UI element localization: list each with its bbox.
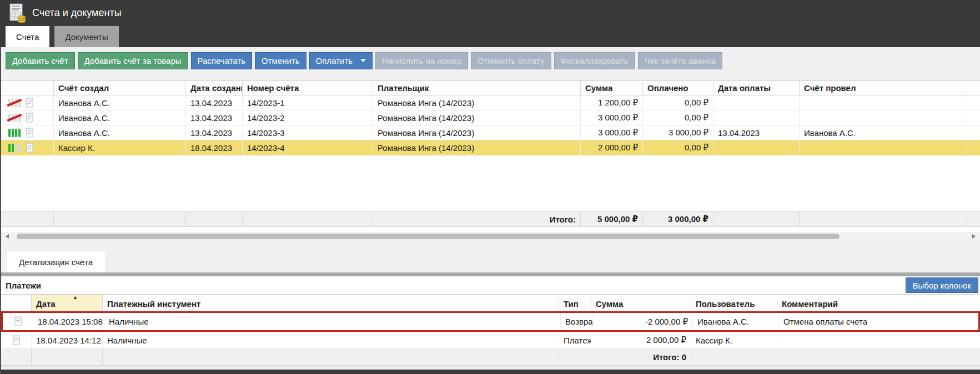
pane-divider[interactable]	[1, 272, 980, 276]
column-header-created-date[interactable]: Дата создани	[186, 81, 243, 95]
choose-columns-button[interactable]: Выбор колонок	[906, 277, 978, 293]
invoice-row[interactable]: Иванова А.С.13.04.202314/2023-1Романова …	[1, 95, 980, 110]
cell-payer: Романова Инга (14/2023)	[373, 110, 581, 125]
payments-column-sum[interactable]: Сумма	[591, 295, 691, 311]
cell-posted_by	[800, 110, 967, 125]
column-header-paid-date[interactable]: Дата оплаты	[713, 81, 800, 95]
toolbar-button-Фискализировать: Фискализировать	[554, 52, 635, 69]
cell-date: 18.04.2023 15:08	[33, 313, 104, 330]
payments-totals-icons	[1, 349, 32, 365]
scrollbar-thumb[interactable]	[17, 234, 840, 239]
payments-table-header: Дата ▲ Платежный инстумент Тип Сумма Пол…	[1, 294, 980, 311]
cell-sum: 3 000,00 ₽	[581, 125, 643, 140]
toolbar-button-label: Чек зачёта аванса	[645, 56, 716, 65]
invoice-row[interactable]: Иванова А.С.13.04.202314/2023-2Романова …	[1, 110, 980, 125]
cell-number: 14/2023-2	[243, 110, 373, 125]
totals-cell-posted-by	[800, 212, 967, 226]
payments-totals-row: Итого: 0	[1, 349, 980, 366]
column-header-number[interactable]: Номер счёта	[243, 81, 373, 95]
toolbar-button-Отменить оплату: Отменить оплату	[471, 52, 551, 69]
column-header-paid[interactable]: Оплачено	[643, 81, 713, 95]
payments-column-date[interactable]: Дата ▲	[32, 295, 103, 311]
cell-paid_date	[713, 140, 800, 155]
payment-row[interactable]: 18.04.2023 14:12НаличныеПлатеж2 000,00 ₽…	[1, 332, 980, 349]
cell-created_by: Иванова А.С.	[54, 110, 186, 125]
cell-created: 13.04.2023	[186, 125, 243, 140]
receipt-icon	[26, 98, 34, 108]
invoice-row[interactable]: Иванова А.С.13.04.202314/2023-3Романова …	[1, 125, 980, 140]
cell-sum: 3 000,00 ₽	[581, 110, 643, 125]
cell-pad	[967, 140, 980, 155]
tab-Документы[interactable]: Документы	[54, 26, 118, 47]
cell-number: 14/2023-1	[243, 95, 373, 110]
payments-column-icons	[1, 295, 32, 311]
toolbar-button-label: Начислить на номер	[382, 56, 461, 65]
column-header-spacer	[967, 81, 980, 95]
receipt-icon	[12, 335, 21, 346]
payments-totals-date	[32, 349, 103, 365]
scroll-left-icon[interactable]	[6, 234, 9, 239]
toolbar-button-label: Добавить счёт	[12, 56, 68, 65]
receipt-icon	[14, 316, 22, 327]
totals-cell-created-by	[54, 212, 186, 226]
main-tabs: СчетаДокументы	[0, 26, 980, 47]
invoices-documents-icon	[7, 3, 27, 24]
invoices-rows: Иванова А.С.13.04.202314/2023-1Романова …	[1, 95, 980, 155]
cell-number: 14/2023-3	[243, 125, 373, 140]
payments-column-instrument[interactable]: Платежный инстумент	[103, 295, 559, 311]
payments-totals-instrument	[103, 349, 559, 365]
cell-posted_by	[800, 95, 967, 110]
payments-totals-comment	[777, 349, 980, 365]
cell-paid: 3 000,00 ₽	[643, 125, 713, 140]
toolbar-button-label: Распечатать	[198, 56, 246, 65]
column-header-created-by[interactable]: Счёт создал	[54, 81, 186, 95]
payments-totals-user	[691, 349, 777, 365]
toolbar-button-Отменить[interactable]: Отменить	[255, 52, 306, 69]
payments-column-type[interactable]: Тип	[559, 295, 591, 311]
invoice-row[interactable]: Кассир К.18.04.202314/2023-4Романова Инг…	[1, 140, 980, 155]
column-header-sum[interactable]: Сумма	[581, 81, 643, 95]
toolbar-button-Добавить счёт за товары[interactable]: Добавить счёт за товары	[78, 52, 188, 69]
status-partial-icon	[8, 143, 21, 152]
receipt-icon	[26, 113, 34, 123]
cell-created_by: Иванова А.С.	[54, 125, 186, 140]
invoices-table: Счёт создал Дата создани Номер счёта Пла…	[1, 80, 980, 232]
invoice-status-cell	[1, 95, 54, 110]
bottom-scroll-area	[1, 366, 980, 370]
dropdown-caret-icon	[360, 59, 366, 62]
totals-cell-icons	[1, 212, 54, 226]
cell-posted_by: Иванова А.С.	[800, 125, 967, 140]
cell-paid_date	[713, 95, 800, 110]
column-header-payer[interactable]: Плательщик	[373, 81, 581, 95]
payments-column-comment[interactable]: Комментарий	[777, 295, 980, 311]
cell-payer: Романова Инга (14/2023)	[373, 95, 581, 110]
main-content: Добавить счётДобавить счёт за товарыРасп…	[0, 47, 980, 374]
toolbar-button-Начислить на номер: Начислить на номер	[375, 52, 468, 69]
column-header-posted-by[interactable]: Счёт провел	[800, 81, 967, 95]
details-tabs: Детализация счёта	[1, 241, 980, 272]
cell-instrument: Наличные	[103, 332, 559, 348]
toolbar-button-label: Отменить оплату	[478, 56, 544, 65]
toolbar-button-Распечатать[interactable]: Распечатать	[191, 52, 253, 69]
toolbar-button-label: Отменить	[262, 56, 300, 65]
cell-paid_date	[713, 110, 800, 125]
window-bottom-edge	[1, 370, 980, 374]
totals-cell-spacer	[967, 212, 980, 226]
totals-cell-number	[243, 212, 373, 226]
cell-comment: Отмена оплаты счета	[779, 313, 978, 330]
tab-Счета[interactable]: Счета	[6, 26, 49, 47]
toolbar-button-Добавить счёт[interactable]: Добавить счёт	[6, 52, 75, 69]
cell-created: 18.04.2023	[186, 140, 243, 155]
horizontal-scrollbar[interactable]	[1, 232, 980, 241]
scroll-right-icon[interactable]	[972, 234, 976, 239]
totals-sum: 5 000,00 ₽	[581, 212, 643, 226]
cell-user: Иванова А.С.	[693, 313, 779, 330]
payment-row[interactable]: 18.04.2023 15:08НаличныеВозврат-2 000,00…	[1, 311, 980, 332]
window-titlebar: Счета и документы	[0, 0, 980, 26]
cell-type: Возврат	[561, 313, 593, 330]
toolbar: Добавить счётДобавить счёт за товарыРасп…	[1, 47, 980, 74]
payments-column-user[interactable]: Пользователь	[691, 295, 777, 311]
toolbar-button-Чек зачёта аванса: Чек зачёта аванса	[638, 52, 722, 69]
toolbar-button-Оплатить[interactable]: Оплатить	[309, 52, 373, 69]
tab-invoice-details[interactable]: Детализация счёта	[7, 252, 105, 272]
